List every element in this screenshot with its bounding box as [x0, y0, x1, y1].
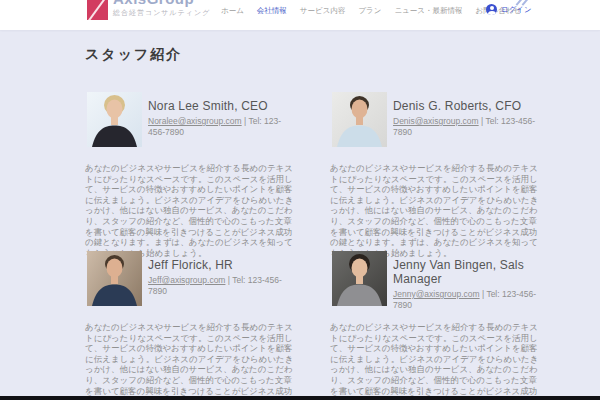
staff-bio: あなたのビジネスやサービスを紹介する長めのテキストにぴったりなスペースです。この…	[330, 322, 542, 400]
staff-bio: あなたのビジネスやサービスを紹介する長めのテキストにぴったりなスペースです。この…	[330, 163, 542, 258]
nav-item-plan[interactable]: プラン	[358, 6, 381, 16]
nav-item-services[interactable]: サービス内容	[300, 6, 346, 16]
staff-bio: あなたのビジネスやサービスを紹介する長めのテキストにぴったりなスペースです。この…	[85, 322, 297, 400]
staff-name: Nora Lee Smith, CEO	[148, 99, 295, 113]
staff-email-link[interactable]: Noralee@axisgroup.com	[148, 116, 242, 126]
staff-card-jenny: Jenny Van Bingen, Sals Manager Jenny@axi…	[330, 251, 542, 400]
person-portrait-icon	[332, 92, 387, 147]
staff-email-link[interactable]: Jeff@axisgroup.com	[148, 275, 225, 285]
site-logo[interactable]: AxisGroup 総合経営コンサルティング	[87, 0, 207, 30]
nav-item-home[interactable]: ホーム	[221, 6, 244, 16]
staff-photo-denis	[332, 92, 387, 147]
staff-email-link[interactable]: Denis@axisgroup.com	[393, 116, 479, 126]
nav-item-company-info[interactable]: 会社情報	[257, 6, 287, 16]
staff-photo-jenny	[332, 251, 387, 306]
person-portrait-icon	[332, 251, 387, 306]
footer-bar	[0, 396, 600, 400]
person-portrait-icon	[87, 92, 142, 147]
staff-name: Jeff Florick, HR	[148, 258, 295, 272]
logo-mark-icon	[87, 0, 108, 20]
staff-contact: Denis@axisgroup.com | Tel: 123-456-7890	[393, 116, 540, 138]
staff-name: Jenny Van Bingen, Sals Manager	[393, 258, 540, 286]
page-title: スタッフ紹介	[85, 46, 182, 64]
staff-email-link[interactable]: Jenny@axisgroup.com	[393, 289, 480, 299]
decorative-slashes-icon	[516, 0, 530, 7]
staff-contact: Jenny@axisgroup.com | Tel: 123-456-7890	[393, 289, 540, 311]
staff-bio: あなたのビジネスやサービスを紹介する長めのテキストにぴったりなスペースです。この…	[85, 163, 297, 258]
site-header: AxisGroup 総合経営コンサルティング ホーム 会社情報 サービス内容 プ…	[0, 0, 600, 30]
person-portrait-icon	[87, 251, 142, 306]
staff-card-denis: Denis G. Roberts, CFO Denis@axisgroup.co…	[330, 92, 542, 258]
staff-card-jeff: Jeff Florick, HR Jeff@axisgroup.com | Te…	[85, 251, 297, 400]
staff-contact: Jeff@axisgroup.com | Tel: 123-456-7890	[148, 275, 295, 297]
staff-name: Denis G. Roberts, CFO	[393, 99, 540, 113]
nav-item-news[interactable]: ニュース・最新情報	[394, 6, 462, 16]
staff-contact: Noralee@axisgroup.com | Tel: 123-456-789…	[148, 116, 295, 138]
staff-card-nora: Nora Lee Smith, CEO Noralee@axisgroup.co…	[85, 92, 297, 258]
user-avatar-icon	[486, 4, 497, 15]
page-content: スタッフ紹介 Nora Lee Smith, CEO Noralee@axisg…	[0, 30, 600, 400]
staff-photo-nora	[87, 92, 142, 147]
logo-tagline: 総合経営コンサルティング	[113, 8, 210, 18]
logo-text: AxisGroup	[113, 0, 194, 7]
staff-photo-jeff	[87, 251, 142, 306]
main-nav: ホーム 会社情報 サービス内容 プラン ニュース・最新情報 お問い合わせ	[221, 6, 521, 16]
